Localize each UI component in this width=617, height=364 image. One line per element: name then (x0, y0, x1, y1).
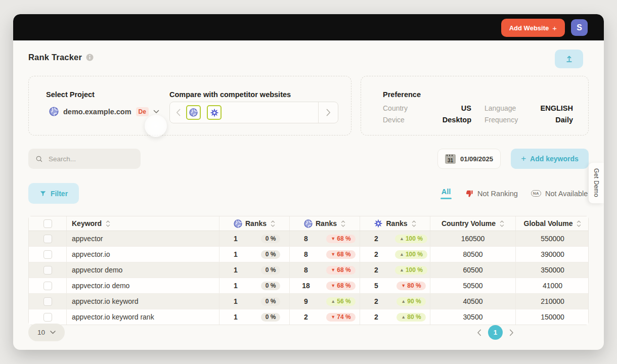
change-badge: 0 % (261, 250, 281, 259)
trend-up-icon: ▲ (401, 315, 406, 320)
rank-value: 2 (360, 266, 392, 274)
sort-icon[interactable] (341, 220, 345, 228)
rank-cell: 8▼68 % (289, 262, 360, 278)
calendar-icon: 31 (445, 154, 456, 164)
row-checkbox[interactable] (29, 294, 66, 309)
current-page-button[interactable]: 1 (488, 325, 503, 340)
prev-page-button[interactable] (477, 329, 481, 336)
sort-icon[interactable] (500, 220, 504, 228)
global-volume-cell: 350000 (515, 262, 589, 278)
select-project-label: Select Project (46, 90, 95, 99)
add-website-button[interactable]: Add Website + (501, 19, 565, 37)
table-row[interactable]: appvector10 %8▼68 %2▲100 %160500550000 (29, 231, 588, 246)
plus-icon: + (552, 24, 557, 32)
preference-value: ENGLISH (541, 104, 573, 112)
na-badge-icon: NA (531, 190, 541, 197)
checkbox-icon (43, 266, 52, 275)
trend-down-icon: ▼ (331, 237, 335, 241)
column-header-ranks[interactable]: Ranks (360, 216, 430, 231)
competitor-website[interactable] (207, 105, 222, 120)
change-badge: 0 % (261, 313, 281, 322)
table-row[interactable]: appvector.io10 %8▼68 %2▲100 %80500390000 (29, 246, 588, 262)
tab-not-ranking[interactable]: Not Ranking (465, 189, 518, 198)
rank-cell: 2▲80 % (360, 309, 430, 325)
row-checkbox[interactable] (29, 247, 66, 262)
date-picker[interactable]: 31 01/09/2025 (437, 149, 501, 169)
global-volume-cell: 550000 (515, 231, 589, 246)
next-page-button[interactable] (509, 329, 514, 336)
table-row[interactable]: appvector demo10 %8▼68 %2▲100 %605003500… (29, 262, 588, 278)
carousel-next-button[interactable] (319, 102, 338, 123)
rank-value: 5 (360, 282, 392, 290)
main-content: Rank Tracker Select Project demo.example… (13, 40, 604, 350)
rank-cell: 8▼68 % (289, 231, 360, 246)
change-badge: 0 % (261, 282, 281, 290)
row-checkbox[interactable] (29, 262, 66, 278)
competitor-list (186, 105, 318, 120)
change-badge: ▼68 % (326, 235, 355, 243)
trend-up-icon: ▲ (400, 252, 404, 257)
plus-icon: + (521, 154, 526, 164)
add-keywords-button[interactable]: + Add keywords (511, 149, 589, 169)
rank-value: 8 (290, 250, 322, 258)
user-avatar[interactable]: S (571, 19, 588, 36)
carousel-prev-button[interactable] (170, 102, 186, 123)
trend-up-icon: ▲ (400, 237, 404, 241)
table-row[interactable]: appvector.io keyword10 %9▲56 %2▲90 %4050… (29, 293, 588, 309)
preference-label: Country (383, 104, 408, 112)
rank-cell: 10 % (219, 309, 289, 325)
column-header-ranks[interactable]: Ranks (289, 216, 360, 231)
checkbox-icon (43, 235, 52, 243)
status-tabs: AllNot RankingNANot Available (440, 183, 588, 204)
global-volume-cell: 41000 (515, 278, 589, 293)
trend-up-icon: ▲ (331, 299, 335, 304)
column-header-country-volume[interactable]: Country Volume (430, 216, 515, 231)
column-label: Ranks (386, 219, 407, 228)
filter-button[interactable]: Filter (28, 183, 79, 204)
rank-value: 1 (219, 250, 252, 258)
select-all-checkbox[interactable] (29, 216, 66, 231)
rank-cell: 2▲100 % (360, 247, 430, 262)
search-input[interactable] (48, 155, 139, 163)
column-header-global-volume[interactable]: Global Volume (515, 216, 589, 231)
checkbox-icon (43, 297, 52, 306)
preference-item-language: LanguageENGLISH (484, 104, 573, 112)
change-badge: 0 % (261, 266, 281, 275)
rank-value: 1 (219, 235, 252, 243)
project-selector[interactable]: demo.example.com De (49, 107, 159, 116)
table-row[interactable]: appvector.io keyword rank10 %2▼74 %2▲80 … (29, 309, 588, 325)
globe-icon (189, 108, 198, 117)
tab-not-available[interactable]: NANot Available (531, 190, 588, 198)
page-size-select[interactable]: 10 (28, 324, 65, 341)
sort-icon[interactable] (412, 220, 416, 228)
column-label: Country Volume (442, 219, 496, 228)
row-checkbox[interactable] (29, 231, 66, 246)
change-badge: ▼68 % (326, 266, 355, 275)
sort-icon[interactable] (271, 220, 275, 228)
tab-all[interactable]: All (440, 188, 452, 199)
sort-icon[interactable] (106, 220, 110, 228)
country-volume-cell: 60500 (430, 262, 515, 278)
trend-down-icon: ▼ (331, 268, 335, 272)
star-icon (210, 108, 219, 117)
row-checkbox[interactable] (29, 309, 66, 325)
keyword-cell: appvector.io keyword (66, 294, 219, 309)
export-button[interactable] (555, 50, 583, 68)
country-volume-cell: 80500 (430, 247, 515, 262)
preference-item-frequency: FrequencyDaily (484, 116, 573, 124)
info-icon[interactable] (86, 54, 94, 61)
get-demo-tab[interactable]: Get Demo (589, 163, 604, 203)
sort-icon[interactable] (577, 220, 581, 228)
competitor-website[interactable] (186, 105, 201, 120)
column-header-keyword[interactable]: Keyword (66, 216, 219, 231)
column-header-ranks[interactable]: Ranks (219, 216, 289, 231)
country-volume-cell: 30500 (430, 309, 515, 325)
tab-label: Not Available (545, 190, 588, 198)
rank-cell: 2▼74 % (289, 309, 360, 325)
table-row[interactable]: appvector.io demo10 %18▼68 %5▼80 %505004… (29, 278, 588, 293)
row-checkbox[interactable] (29, 278, 66, 293)
preference-label: Language (484, 104, 516, 112)
chevron-down-icon (153, 110, 159, 114)
project-panel: Select Project demo.example.com De Compa… (28, 76, 351, 135)
rank-cell: 18▼68 % (289, 278, 360, 293)
